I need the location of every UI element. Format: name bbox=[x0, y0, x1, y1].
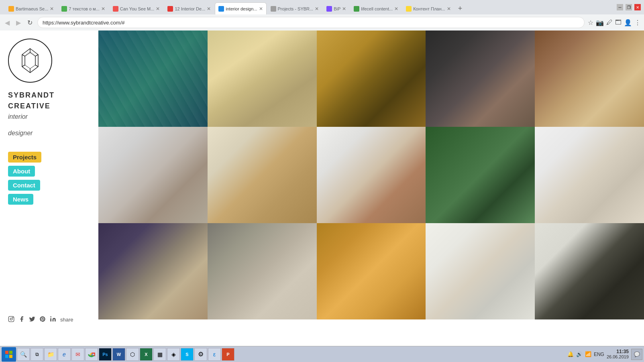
excel-btn[interactable]: X bbox=[140, 348, 153, 361]
close-button[interactable]: ✕ bbox=[634, 4, 641, 10]
tab-content-plan[interactable]: Контент План... ✕ bbox=[402, 2, 454, 14]
address-bar: ◀ ▶ ↻ ☆ 📷 🖊 🗔 👤 ⋮ bbox=[0, 14, 644, 31]
grid-item-12[interactable] bbox=[208, 223, 317, 319]
taskbar-clock[interactable]: 11:35 26.06.2019 bbox=[607, 349, 629, 360]
tab-close-5[interactable]: ✕ bbox=[259, 6, 263, 12]
restore-button[interactable]: ❐ bbox=[626, 4, 632, 10]
grid-item-14[interactable] bbox=[426, 223, 535, 319]
grid-item-3[interactable] bbox=[317, 31, 426, 127]
grid-item-10[interactable] bbox=[535, 127, 644, 223]
edge-btn[interactable]: ε bbox=[208, 348, 221, 361]
svg-point-14 bbox=[12, 317, 13, 318]
title-bar: Bartimaeus Se... ✕ 7 текстов о м... ✕ Ca… bbox=[0, 0, 644, 14]
tab-label-5: interior design... bbox=[226, 6, 257, 11]
pinterest-icon[interactable] bbox=[39, 316, 46, 323]
settings-btn[interactable]: ⚙ bbox=[194, 348, 207, 361]
tab-close-9[interactable]: ✕ bbox=[447, 6, 451, 12]
logo-circle[interactable] bbox=[8, 39, 52, 83]
bookmark-button[interactable]: ☆ bbox=[588, 19, 593, 26]
grid-item-1[interactable] bbox=[98, 31, 208, 127]
profile-button[interactable]: 👤 bbox=[624, 19, 632, 26]
framer-button[interactable]: 🗔 bbox=[615, 19, 622, 26]
tab-interior[interactable]: 12 Interior De... ✕ bbox=[164, 2, 214, 14]
screenshot-button[interactable]: 📷 bbox=[596, 19, 604, 26]
language-indicator[interactable]: ENG bbox=[594, 352, 604, 357]
social-icons: share bbox=[8, 308, 73, 323]
instagram-icon[interactable] bbox=[8, 316, 14, 323]
tab-close-7[interactable]: ✕ bbox=[342, 6, 346, 12]
grid-photo-6 bbox=[98, 127, 208, 223]
tab-interior-design[interactable]: interior design... ✕ bbox=[215, 2, 266, 14]
tab-label-8: lifecell content... bbox=[361, 6, 393, 11]
tab-texts[interactable]: 7 текстов о м... ✕ bbox=[58, 2, 108, 14]
linkedin-icon[interactable] bbox=[50, 316, 56, 323]
nav-projects[interactable]: Projects bbox=[8, 152, 41, 163]
tab-close-8[interactable]: ✕ bbox=[394, 6, 398, 12]
forward-button[interactable]: ▶ bbox=[14, 18, 22, 27]
svg-line-4 bbox=[35, 65, 38, 67]
grid-item-15[interactable] bbox=[535, 223, 644, 319]
action-center-button[interactable]: 💬 bbox=[631, 349, 642, 360]
svg-line-8 bbox=[25, 53, 30, 56]
url-input[interactable] bbox=[37, 17, 585, 28]
tab-label-6: Projects - SYBR... bbox=[278, 6, 314, 11]
tab-favicon-6 bbox=[271, 6, 276, 12]
svg-line-3 bbox=[35, 55, 38, 56]
chrome-btn[interactable] bbox=[85, 348, 98, 361]
network-icon[interactable]: 📶 bbox=[585, 351, 591, 357]
brand-name-line2: CREATIVE bbox=[8, 102, 51, 111]
grid-item-4[interactable] bbox=[426, 31, 535, 127]
file-explorer-btn[interactable]: 📁 bbox=[44, 348, 57, 361]
tab-close-6[interactable]: ✕ bbox=[315, 6, 319, 12]
facebook-icon[interactable] bbox=[18, 316, 25, 323]
more-button[interactable]: ⋮ bbox=[634, 19, 641, 26]
grid-item-11[interactable] bbox=[98, 223, 208, 319]
nav-contact[interactable]: Contact bbox=[8, 180, 40, 191]
grid-item-6[interactable] bbox=[98, 127, 208, 223]
grid-item-2[interactable] bbox=[208, 31, 317, 127]
grid-item-5[interactable] bbox=[535, 31, 644, 127]
window-controls: ─ ❐ ✕ bbox=[617, 4, 641, 10]
back-button[interactable]: ◀ bbox=[3, 18, 11, 27]
minimize-button[interactable]: ─ bbox=[617, 4, 623, 10]
outlook-btn[interactable]: ✉ bbox=[71, 348, 84, 361]
tab-label-7: BiP bbox=[334, 6, 340, 11]
powerpoint-btn[interactable]: P bbox=[222, 348, 234, 361]
tab-lifecell[interactable]: lifecell content... ✕ bbox=[350, 2, 402, 14]
calc-btn[interactable]: ▦ bbox=[153, 348, 166, 361]
tab-close-1[interactable]: ✕ bbox=[50, 6, 54, 12]
tab-close-2[interactable]: ✕ bbox=[101, 6, 105, 12]
taskview-btn[interactable]: ⧉ bbox=[31, 348, 43, 361]
tab-projects[interactable]: Projects - SYBR... ✕ bbox=[267, 2, 323, 14]
grid-item-13[interactable] bbox=[317, 223, 426, 319]
search-taskbar-btn[interactable]: 🔍 bbox=[17, 348, 30, 361]
grid-item-7[interactable] bbox=[208, 127, 317, 223]
extension-button[interactable]: 🖊 bbox=[606, 19, 613, 26]
nav-about[interactable]: About bbox=[8, 166, 35, 177]
svg-point-13 bbox=[10, 318, 12, 320]
ie-btn[interactable]: e bbox=[58, 348, 71, 361]
grid-item-8[interactable] bbox=[317, 127, 426, 223]
svg-line-7 bbox=[22, 55, 25, 56]
tab-canyousee[interactable]: Can You See M... ✕ bbox=[109, 2, 164, 14]
word-btn[interactable]: W bbox=[112, 348, 125, 361]
photoshop-btn[interactable]: Ps bbox=[99, 348, 112, 361]
tab-close-3[interactable]: ✕ bbox=[156, 6, 160, 12]
tab-bip[interactable]: BiP ✕ bbox=[323, 2, 350, 14]
taskbar-time-display: 11:35 bbox=[607, 349, 629, 354]
grid-item-9[interactable] bbox=[426, 127, 535, 223]
taskbar-notify-icon[interactable]: 🔔 bbox=[567, 351, 574, 357]
refresh-button[interactable]: ↻ bbox=[26, 18, 34, 27]
browser-window: Bartimaeus Se... ✕ 7 текстов о м... ✕ Ca… bbox=[0, 0, 644, 362]
share-label[interactable]: share bbox=[60, 317, 73, 323]
speaker-icon[interactable]: 🔊 bbox=[576, 351, 583, 357]
nav-news[interactable]: News bbox=[8, 194, 33, 205]
app12-btn[interactable]: ◈ bbox=[167, 348, 180, 361]
app9-btn[interactable]: ⬡ bbox=[126, 348, 139, 361]
tab-close-4[interactable]: ✕ bbox=[207, 6, 211, 12]
twitter-icon[interactable] bbox=[29, 316, 35, 323]
new-tab-button[interactable]: + bbox=[455, 2, 466, 14]
skype-btn[interactable]: S bbox=[181, 348, 194, 361]
start-button[interactable] bbox=[2, 347, 16, 362]
tab-bartimaeus[interactable]: Bartimaeus Se... ✕ bbox=[5, 2, 57, 14]
